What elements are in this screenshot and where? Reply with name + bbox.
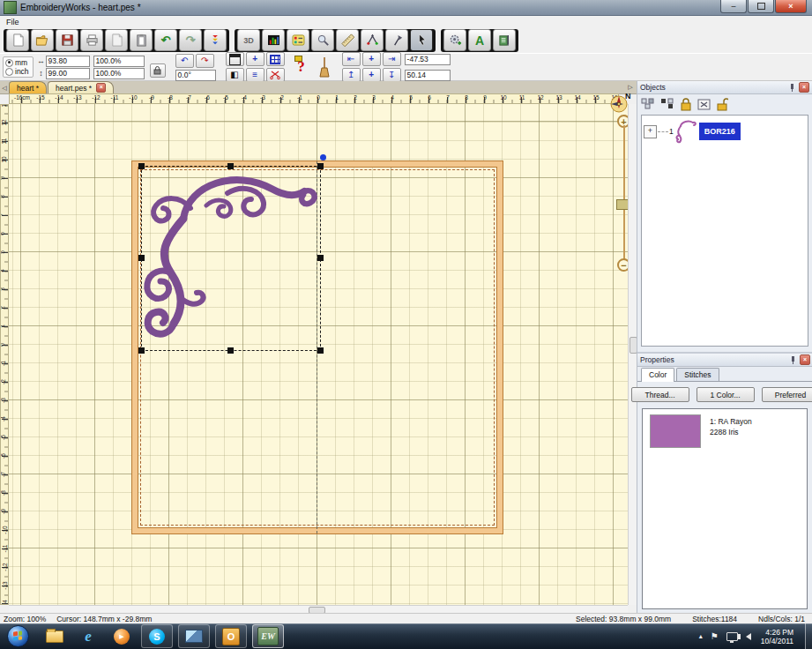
media-player-taskbar-icon[interactable]: ▶ <box>108 626 135 647</box>
align-hcenter-button[interactable]: + <box>362 52 381 66</box>
tab-scroll-left[interactable]: ◁ <box>0 83 9 93</box>
taskbar-clock[interactable]: 4:26 PM 10/4/2011 <box>761 628 793 645</box>
show-desktop-button[interactable] <box>805 623 812 649</box>
selection-handle[interactable] <box>227 347 234 354</box>
height-percent-input[interactable]: 100.0% <box>93 68 145 79</box>
help-button[interactable]: ? <box>293 56 310 78</box>
explorer-taskbar-icon[interactable] <box>41 626 68 647</box>
design-info-button[interactable] <box>287 29 309 51</box>
cleanup-button[interactable] <box>316 56 333 78</box>
hoop-view-button[interactable] <box>226 52 244 66</box>
selection-handle[interactable] <box>138 347 145 354</box>
design-canvas[interactable]: + − <box>9 104 628 605</box>
paste-button[interactable] <box>130 29 153 51</box>
zoom-slider-track[interactable] <box>623 125 625 259</box>
angle-input[interactable]: 0.0° <box>175 70 216 81</box>
view-3d-button[interactable]: 3D <box>237 29 260 51</box>
thread-color-row[interactable]: 1: RA Rayon 2288 Iris <box>643 409 807 448</box>
selection-handle[interactable] <box>227 163 234 169</box>
selection-handle[interactable] <box>138 255 145 261</box>
aspect-lock-button[interactable] <box>150 63 166 78</box>
skype-taskbar-button[interactable]: S <box>141 624 173 648</box>
align-vcenter-button[interactable]: + <box>362 68 381 82</box>
stitch-edit-button[interactable] <box>361 29 384 51</box>
horizontal-scrollbar[interactable] <box>9 605 628 613</box>
y-position-input[interactable]: 50.14 <box>405 70 451 81</box>
pin-icon[interactable] <box>789 356 797 364</box>
open-button[interactable] <box>31 29 54 51</box>
maximize-button[interactable] <box>748 0 774 13</box>
zoom-out-button[interactable]: − <box>617 258 628 272</box>
x-position-input[interactable]: -47.53 <box>405 54 451 65</box>
vertical-scrollbar[interactable] <box>628 104 637 605</box>
unit-inch-radio[interactable]: inch <box>5 67 29 76</box>
minimize-button[interactable]: – <box>720 0 747 13</box>
align-bottom-button[interactable]: ↧ <box>383 68 401 82</box>
lock-closed-icon[interactable] <box>680 98 692 111</box>
rotation-handle[interactable] <box>320 154 326 160</box>
grid-toggle-button[interactable] <box>266 52 285 66</box>
selection-handle[interactable] <box>317 255 324 261</box>
tab-stitches[interactable]: Stitches <box>676 368 719 381</box>
contrast-button[interactable]: ◧ <box>226 68 244 82</box>
selection-box[interactable] <box>141 166 321 351</box>
photo-viewer-taskbar-button[interactable] <box>178 624 210 648</box>
object-row-bor216[interactable]: + 1 BOR216 <box>644 119 806 144</box>
height-input[interactable]: 99.00 <box>46 68 90 79</box>
tab-heart-pes[interactable]: heart.pes *× <box>48 81 114 93</box>
properties-close-button[interactable]: × <box>800 354 810 365</box>
color-sort-button[interactable] <box>204 29 227 51</box>
speaker-icon[interactable] <box>746 633 751 640</box>
unit-mm-radio[interactable]: mm <box>5 58 29 67</box>
width-percent-input[interactable]: 100.0% <box>93 56 145 67</box>
color-chart-button[interactable] <box>262 29 285 51</box>
rotate-cw-button[interactable]: ↷ <box>196 54 214 68</box>
selection-handle[interactable] <box>138 163 145 169</box>
save-button[interactable] <box>56 29 78 51</box>
print-button[interactable] <box>80 29 103 51</box>
measure-button[interactable] <box>336 29 359 51</box>
width-input[interactable]: 93.80 <box>46 56 90 67</box>
one-color-button[interactable]: 1 Color... <box>697 387 755 402</box>
tab-color[interactable]: Color <box>641 368 674 382</box>
group-icon[interactable] <box>641 98 655 110</box>
box-delete-icon[interactable] <box>697 98 711 110</box>
start-button[interactable] <box>7 625 29 647</box>
thread-button[interactable]: Thread... <box>631 387 689 402</box>
align-left-button[interactable]: ⇤ <box>342 52 361 66</box>
outlook-taskbar-button[interactable]: O <box>215 624 247 648</box>
trim-button[interactable] <box>266 68 285 82</box>
tab-close-button[interactable]: × <box>96 83 106 93</box>
thread-swatch[interactable] <box>650 414 701 448</box>
pin-icon[interactable] <box>788 84 796 92</box>
center-design-button[interactable]: + <box>246 52 264 66</box>
design-add-button[interactable] <box>443 29 466 51</box>
selection-handle[interactable] <box>317 163 324 169</box>
new-button[interactable] <box>6 29 29 51</box>
action-center-flag-icon[interactable]: ⚑ <box>711 631 719 641</box>
zoom-tool-button[interactable] <box>311 29 334 51</box>
lock-open-icon[interactable] <box>716 98 728 111</box>
objects-close-button[interactable]: × <box>799 82 809 93</box>
ungroup-icon[interactable] <box>660 98 674 110</box>
close-button[interactable]: × <box>775 0 807 13</box>
hidden-icons-chevron[interactable]: ▴ <box>699 632 703 640</box>
zoom-slider-handle[interactable] <box>616 199 628 210</box>
embroideryworks-taskbar-button[interactable]: EW <box>252 624 284 648</box>
object-label[interactable]: BOR216 <box>699 123 741 140</box>
stitch-lines-button[interactable]: ≡ <box>246 68 264 82</box>
lettering-button[interactable]: A <box>468 29 491 51</box>
redo-button[interactable]: ↷ <box>179 29 202 51</box>
internet-explorer-taskbar-icon[interactable]: e <box>75 626 101 647</box>
align-top-button[interactable]: ↥ <box>342 68 361 82</box>
notes-button[interactable] <box>493 29 516 51</box>
pin-tool-button[interactable] <box>385 29 408 51</box>
preferred-button[interactable]: Preferred <box>762 387 812 402</box>
menu-file[interactable]: File <box>0 18 26 26</box>
selection-handle[interactable] <box>317 347 324 354</box>
network-icon[interactable] <box>726 632 738 641</box>
tab-heart[interactable]: heart * <box>9 81 47 93</box>
undo-button[interactable]: ↶ <box>154 29 177 51</box>
expand-icon[interactable]: + <box>644 125 657 138</box>
print-preview-button[interactable] <box>105 29 128 51</box>
